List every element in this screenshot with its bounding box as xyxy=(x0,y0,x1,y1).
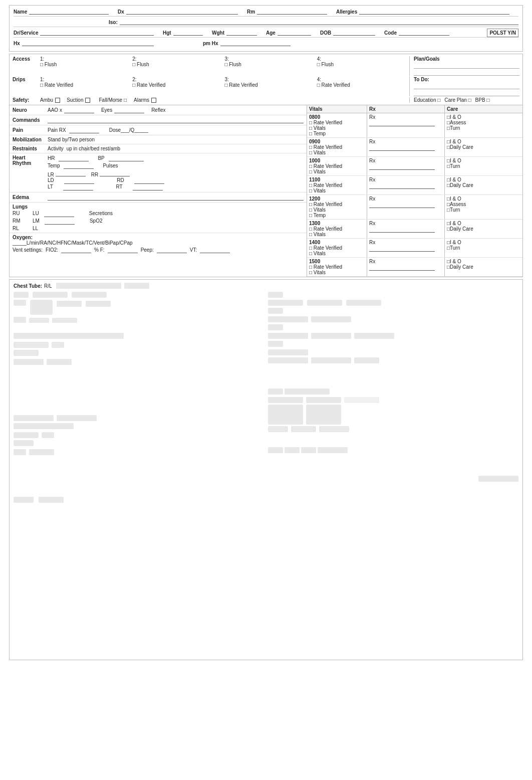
todo-section: To Do: xyxy=(409,77,519,96)
vitals-0800: 0800 □ Rate Verified □ Vitals □ Temp xyxy=(307,113,367,137)
temp-label: Temp xyxy=(48,163,60,168)
rx-1300-field[interactable] xyxy=(369,226,435,233)
hgt-field[interactable] xyxy=(173,29,203,36)
age-label: Age xyxy=(266,30,276,36)
pm-hx-label: pm Hx xyxy=(203,41,218,46)
rx-1200: Rx xyxy=(367,195,445,219)
pain-rx-field[interactable] xyxy=(69,127,99,133)
commands-label: Commands xyxy=(13,117,48,123)
hr-field[interactable] xyxy=(59,155,89,161)
access-label: Access xyxy=(13,56,40,62)
chest-tube-label: Chest Tube: xyxy=(14,283,42,289)
drips-label: Drips xyxy=(13,77,40,82)
rx-1500-field[interactable] xyxy=(369,264,435,271)
education-label: Education □ xyxy=(414,97,440,103)
fall-morse-label: Fall/Morse □ xyxy=(99,97,127,103)
rx-1000-field[interactable] xyxy=(369,163,435,170)
rx-0900-field[interactable] xyxy=(369,144,435,151)
eyes-field[interactable] xyxy=(114,107,144,113)
suction-checkbox[interactable] xyxy=(85,98,90,103)
rt-label: RT xyxy=(116,184,123,190)
percent-f-field[interactable] xyxy=(108,247,138,253)
rx-1100-field[interactable] xyxy=(369,182,435,189)
access-4: 4:□ Flush xyxy=(317,56,409,67)
rm-lung-label: RM xyxy=(13,218,28,225)
vitals-col-header: Vitals xyxy=(307,105,367,113)
ambu-checkbox[interactable] xyxy=(55,98,60,103)
name-label: Name xyxy=(14,9,27,15)
care-1100: □I & O □Daily Care xyxy=(445,176,522,194)
access-1: 1:□ Flush xyxy=(40,56,132,67)
care-1400: □I & O □Turn xyxy=(445,239,522,257)
lr-field[interactable] xyxy=(56,170,86,176)
ambu-label: Ambu xyxy=(40,97,53,103)
activity-label: Activity xyxy=(48,146,64,151)
name-field[interactable] xyxy=(29,8,109,15)
vitals-1300: 1300 □ Rate Verified □ Vitals xyxy=(307,220,367,238)
rm-label: Rm xyxy=(247,9,255,15)
rx-0800-field[interactable] xyxy=(369,120,435,126)
bp-field[interactable] xyxy=(109,155,144,161)
lu-field[interactable] xyxy=(44,211,74,217)
iso-field[interactable] xyxy=(120,18,518,25)
lt-field[interactable] xyxy=(63,184,93,190)
chest-tube-detail: R/L xyxy=(44,283,52,289)
rx-0800: Rx xyxy=(367,113,445,137)
dr-service-field[interactable] xyxy=(40,29,154,36)
ld-field[interactable] xyxy=(64,177,94,184)
edema-label: Edema xyxy=(13,194,48,200)
oxygen-label: Oxygen: xyxy=(13,235,304,240)
dx-field[interactable] xyxy=(126,8,238,15)
fio2-field[interactable] xyxy=(61,247,91,253)
rr-field[interactable] xyxy=(100,170,130,176)
commands-field[interactable] xyxy=(48,117,304,123)
rd-field[interactable] xyxy=(134,177,164,184)
mobilization-detail: Stand by/Two person xyxy=(48,137,95,142)
care-col-header: Care xyxy=(445,105,522,113)
rx-col-header: Rx xyxy=(367,105,445,113)
iso-label: Iso: xyxy=(109,20,118,25)
care-1500: □I & O □Daily Care xyxy=(445,258,522,276)
plan-goals-section: Plan/Goals xyxy=(409,56,519,76)
code-field[interactable] xyxy=(399,29,449,36)
education-row: Education □ Care Plan □ BPB □ xyxy=(409,97,519,103)
vitals-1000: 1000 □ Rate Verified □ Vitals xyxy=(307,157,367,175)
rm-field[interactable] xyxy=(257,8,327,15)
heart-rhythm-label: HeartRhythm xyxy=(13,155,48,166)
access-2: 2:□ Flush xyxy=(132,56,224,67)
rx-1400-field[interactable] xyxy=(369,245,435,252)
temp-field[interactable] xyxy=(64,162,94,169)
vent-label: Vent settings: xyxy=(13,247,43,253)
rd-label: RD xyxy=(117,177,124,184)
hx-field[interactable] xyxy=(22,39,154,46)
vt-field[interactable] xyxy=(200,247,230,253)
alarms-checkbox[interactable] xyxy=(151,98,156,103)
aao-field[interactable] xyxy=(64,107,94,113)
plan-goals-label: Plan/Goals xyxy=(414,56,519,62)
rl-label: RL xyxy=(13,226,28,231)
wght-label: Wght xyxy=(212,30,224,36)
peep-label: Peep: xyxy=(141,247,154,253)
rx-1200-field[interactable] xyxy=(369,202,435,208)
ld-label: LD xyxy=(48,177,54,184)
allergies-field[interactable] xyxy=(359,8,509,15)
alarms-label: Alarms xyxy=(134,97,149,103)
dob-field[interactable] xyxy=(333,29,375,36)
rx-1500: Rx xyxy=(367,258,445,276)
drips-1: 1:□ Rate Verified xyxy=(40,77,132,88)
restraints-label: Restraints xyxy=(13,146,48,151)
lm-field[interactable] xyxy=(45,218,75,225)
drips-3: 3:□ Rate Verified xyxy=(225,77,317,88)
fio2-label: FIO2: xyxy=(46,247,58,253)
wght-field[interactable] xyxy=(226,29,257,36)
pain-rx-label: Pain RX xyxy=(48,127,66,133)
peep-field[interactable] xyxy=(157,247,187,253)
pm-hx-field[interactable] xyxy=(220,39,291,46)
age-field[interactable] xyxy=(278,29,311,36)
pulses-label: Pulses xyxy=(103,163,118,168)
drips-4: 4:□ Rate Verified xyxy=(317,77,409,88)
rt-field[interactable] xyxy=(133,184,163,190)
hgt-label: Hgt xyxy=(163,30,171,36)
dx-label: Dx xyxy=(118,9,124,15)
edema-field[interactable] xyxy=(48,194,304,201)
